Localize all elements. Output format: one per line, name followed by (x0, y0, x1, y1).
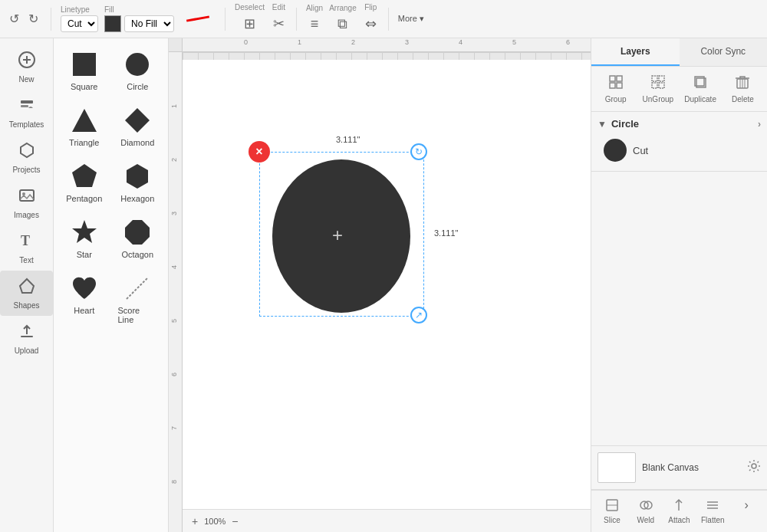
group-label: Group (605, 95, 627, 103)
delete-handle[interactable]: × (249, 141, 270, 163)
shapes-panel: Square Circle Triangle Diamond (54, 38, 169, 532)
shapes-grid: Square Circle Triangle Diamond (61, 46, 160, 327)
duplicate-button[interactable]: Duplicate (681, 71, 720, 107)
svg-rect-25 (652, 76, 657, 81)
blank-canvas-section: Blank Canvas (591, 445, 767, 490)
more-tools-button[interactable]: › (730, 495, 762, 527)
group-button[interactable]: Group (596, 71, 635, 107)
arrange-button[interactable]: ⧉ (335, 14, 350, 34)
shape-pentagon[interactable]: Pentagon (61, 158, 107, 206)
layer-name: Circle (611, 118, 639, 130)
sidebar-item-templates-label: Templates (9, 120, 44, 129)
blank-canvas-preview (597, 452, 636, 483)
circle-icon (122, 49, 153, 80)
flip-group: Flip ⇔ (363, 3, 379, 34)
heart-icon (69, 273, 100, 304)
edit-button[interactable]: ✂ (271, 13, 287, 34)
sidebar-item-shapes-label: Shapes (14, 301, 40, 310)
sidebar-item-upload[interactable]: Upload (0, 316, 53, 361)
layer-options-icon[interactable]: › (758, 119, 761, 130)
fill-color-swatch[interactable] (104, 15, 121, 32)
shape-diamond[interactable]: Diamond (115, 102, 161, 150)
shape-octagon[interactable]: Octagon (115, 214, 161, 262)
resize-handle[interactable]: ↗ (410, 307, 427, 323)
ruler-left-label2: 2 (170, 158, 178, 162)
canvas-content[interactable]: 3.111" × ↻ + 3.111" ↗ (183, 52, 591, 509)
ruler-left-label6: 6 (170, 373, 178, 376)
align-label: Align (306, 4, 323, 12)
main-area: New Templates Projects Images T Text (0, 38, 767, 532)
layer-expand-arrow[interactable]: ▼ (597, 119, 607, 130)
sidebar-item-text[interactable]: T Text (0, 225, 53, 271)
sidebar-item-new-label: New (18, 75, 34, 84)
canvas-settings-button[interactable] (747, 459, 761, 477)
sidebar-item-new[interactable]: New (0, 44, 53, 90)
edit-label: Edit (272, 3, 285, 11)
align-button[interactable]: ≡ (308, 14, 321, 34)
shape-star[interactable]: Star (61, 214, 107, 262)
deselect-button[interactable]: ⊞ (242, 13, 258, 34)
ruler-tick-4: 4 (459, 38, 463, 46)
svg-marker-9 (20, 279, 34, 293)
sidebar-item-shapes[interactable]: Shapes (0, 271, 53, 316)
shape-octagon-label: Octagon (121, 250, 153, 259)
main-toolbar: ↺ ↻ Linetype Cut Fill No Fill Deselect ⊞… (0, 0, 767, 38)
linetype-label: Linetype (61, 5, 90, 14)
more-button[interactable]: More ▾ (398, 14, 424, 24)
text-icon: T (18, 232, 36, 255)
zoom-in-button[interactable]: + (189, 514, 201, 529)
delete-button[interactable]: Delete (723, 71, 762, 107)
tab-layers[interactable]: Layers (591, 38, 680, 66)
shape-circle[interactable]: Circle (115, 46, 161, 94)
zoom-out-button[interactable]: − (229, 514, 241, 529)
weld-label: Weld (637, 516, 654, 524)
line-style-indicator[interactable] (186, 15, 209, 21)
zoom-bar: + 100% − (183, 509, 591, 532)
shape-star-label: Star (77, 250, 92, 259)
svg-rect-21 (610, 76, 615, 81)
flip-button[interactable]: ⇔ (363, 13, 379, 34)
star-icon (69, 217, 100, 248)
circle-shape-svg[interactable] (259, 152, 424, 317)
canvas-area[interactable]: 0 1 2 3 4 5 6 7 8 9 1 2 3 4 5 6 7 8 (169, 38, 591, 532)
layer-item[interactable]: Cut (597, 136, 761, 165)
svg-rect-26 (659, 76, 664, 81)
sidebar-item-images-label: Images (14, 211, 39, 219)
linetype-select[interactable]: Cut (61, 15, 98, 32)
undo-button[interactable]: ↺ (6, 8, 22, 29)
ungroup-icon (650, 74, 666, 94)
shape-score-line[interactable]: Score Line (115, 270, 161, 327)
weld-button[interactable]: Weld (630, 495, 662, 527)
redo-button[interactable]: ↻ (25, 8, 41, 29)
shape-pentagon-label: Pentagon (66, 194, 102, 203)
tab-color-sync[interactable]: Color Sync (680, 38, 768, 66)
sidebar-item-templates[interactable]: Templates (0, 90, 53, 135)
score-line-icon (122, 273, 153, 304)
undo-redo-group: ↺ ↻ (6, 8, 41, 29)
divider-1 (51, 8, 51, 31)
layer-color-swatch (604, 139, 627, 162)
shape-score-line-label: Score Line (118, 306, 158, 324)
svg-rect-27 (652, 83, 657, 88)
ungroup-button[interactable]: UnGroup (638, 71, 677, 107)
ruler-left-label: 1 (170, 104, 178, 108)
fill-select[interactable]: No Fill (124, 15, 174, 32)
flatten-label: Flatten (701, 516, 725, 524)
shape-hexagon[interactable]: Hexagon (115, 158, 161, 206)
ungroup-label: UnGroup (643, 95, 674, 103)
rotate-handle[interactable]: ↻ (410, 143, 427, 160)
svg-point-36 (752, 464, 756, 468)
attach-label: Attach (668, 516, 690, 524)
shape-circle-label: Circle (127, 82, 148, 91)
right-tabs: Layers Color Sync (591, 38, 767, 67)
flatten-button[interactable]: Flatten (696, 495, 729, 527)
slice-button[interactable]: Slice (596, 495, 628, 527)
svg-marker-18 (125, 220, 150, 245)
ruler-tick-5: 5 (512, 38, 516, 46)
shape-square[interactable]: Square (61, 46, 107, 94)
sidebar-item-projects[interactable]: Projects (0, 135, 53, 180)
shape-triangle[interactable]: Triangle (61, 102, 107, 150)
shape-heart[interactable]: Heart (61, 270, 107, 327)
attach-button[interactable]: Attach (663, 495, 696, 527)
sidebar-item-images[interactable]: Images (0, 180, 53, 225)
